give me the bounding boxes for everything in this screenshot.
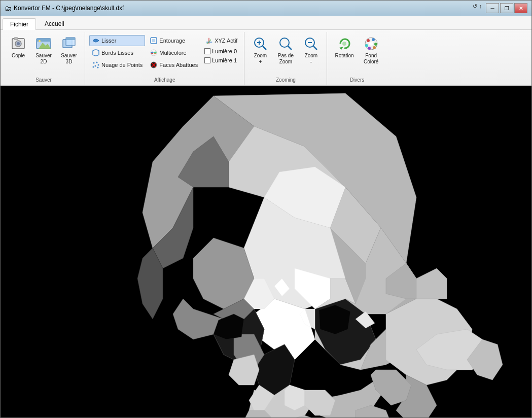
faces-abattues-button[interactable]: Faces Abattues	[147, 59, 200, 71]
lisser-label: Lisser	[101, 38, 116, 44]
rotation-label: Rotation	[335, 53, 353, 59]
quick-access: ↺ ↑	[470, 3, 485, 13]
multicolore-icon	[150, 49, 158, 57]
multicolore-button[interactable]: Multicolore	[147, 47, 200, 58]
svg-rect-10	[66, 38, 75, 40]
entourage-label: Entourage	[159, 38, 185, 44]
rotation-icon	[336, 36, 352, 52]
app-icon: 🗂	[5, 4, 12, 12]
copie-button[interactable]: Copie	[7, 33, 30, 61]
bords-lisses-label: Bords Lisses	[101, 50, 133, 56]
faces-abattues-icon	[150, 61, 158, 69]
svg-point-38	[367, 39, 370, 42]
svg-point-16	[97, 67, 99, 68]
sauver2d-label: Sauver2D	[36, 53, 52, 65]
rotation-button[interactable]: Rotation	[331, 33, 357, 61]
svg-point-39	[372, 38, 375, 41]
ribbon-group-sauver: Copie Sauver2D	[3, 32, 85, 85]
svg-point-44	[369, 42, 373, 46]
zoom-plus-icon	[252, 36, 268, 52]
fond-colore-button[interactable]: FondColoré	[360, 33, 383, 67]
svg-point-15	[93, 66, 94, 68]
nuage-points-label: Nuage de Points	[101, 62, 143, 68]
zoom-minus-label: Zoom-	[305, 53, 318, 65]
lisser-button[interactable]: Lisser	[89, 35, 145, 46]
canvas-area[interactable]	[1, 86, 531, 417]
copie-label: Copie	[12, 53, 25, 59]
minimize-button[interactable]: ─	[486, 3, 499, 13]
menu-tab-fichier[interactable]: Fichier	[3, 18, 36, 30]
entourage-button[interactable]: Entourage	[147, 35, 200, 46]
svg-line-31	[288, 46, 292, 50]
bords-lisses-icon	[92, 49, 100, 57]
ribbon-group-divers: Rotation	[327, 32, 386, 85]
zoom-fit-icon	[277, 36, 294, 52]
svg-marker-25	[211, 42, 212, 43]
lumiere1-label: Lumière 1	[212, 57, 237, 63]
affichage-col2: Entourage Multicolore	[147, 35, 200, 71]
svg-marker-83	[319, 305, 350, 334]
svg-rect-18	[152, 39, 155, 42]
faces-abattues-label: Faces Abattues	[159, 62, 198, 68]
zoom-plus-label: Zoom+	[254, 53, 267, 65]
svg-point-40	[374, 43, 377, 46]
close-button[interactable]: ✕	[514, 3, 527, 13]
divers-group-label: Divers	[331, 76, 382, 85]
window-controls: ↺ ↑ ─ ❐ ✕	[470, 3, 527, 13]
menu-tab-accueil[interactable]: Accueil	[37, 18, 72, 29]
svg-rect-3	[14, 38, 18, 40]
pas-de-zoom-label: Pas deZoom	[278, 53, 294, 65]
sauver3d-button[interactable]: Sauver3D	[57, 33, 81, 67]
affichage-col1: Lisser Bords Lisses	[89, 35, 145, 71]
lumiere0-checkbox[interactable]	[204, 48, 210, 54]
svg-marker-35	[339, 47, 343, 50]
xyz-actif-button[interactable]: XYZ Actif	[202, 35, 240, 46]
ribbon-group-affichage: Lisser Bords Lisses	[85, 32, 244, 85]
lisser-icon	[92, 37, 100, 45]
restore-button[interactable]: ❐	[500, 3, 513, 13]
svg-point-13	[98, 64, 99, 66]
ribbon-group-zooming: Zoom+ Pas deZoom	[244, 32, 327, 85]
svg-line-34	[313, 46, 317, 50]
svg-point-30	[280, 38, 289, 47]
title-bar: 🗂 Konvertor FM - C:\jpeg\melange\skull.d…	[1, 1, 531, 16]
svg-point-11	[93, 62, 95, 64]
photo-icon	[36, 36, 52, 52]
copy-icon	[10, 36, 26, 52]
fond-colore-label: FondColoré	[364, 53, 378, 65]
sauver2d-button[interactable]: Sauver2D	[32, 33, 55, 67]
svg-marker-24	[208, 38, 209, 39]
window-title: Konvertor FM - C:\jpeg\melange\skull.dxf	[14, 5, 124, 12]
main-window: 🗂 Konvertor FM - C:\jpeg\melange\skull.d…	[0, 0, 532, 418]
zoom-minus-icon	[303, 36, 319, 52]
svg-point-7	[39, 40, 41, 42]
lumiere1-checkbox[interactable]	[204, 57, 210, 63]
sauver3d-label: Sauver3D	[61, 53, 77, 65]
svg-line-29	[263, 46, 266, 50]
xyz-actif-icon	[205, 37, 213, 45]
zoom-minus-button[interactable]: Zoom-	[299, 33, 323, 67]
xyz-actif-label: XYZ Actif	[215, 38, 237, 44]
multicolore-label: Multicolore	[159, 50, 186, 56]
zooming-group-label: Zooming	[249, 76, 323, 85]
lumiere1-check[interactable]: Lumière 1	[202, 56, 240, 64]
affichage-group-label: Affichage	[89, 76, 240, 85]
svg-point-2	[17, 42, 20, 45]
pas-de-zoom-button[interactable]: Pas deZoom	[274, 33, 297, 67]
menu-bar: Fichier Accueil	[1, 16, 531, 30]
svg-point-36	[342, 42, 346, 46]
zoom-plus-button[interactable]: Zoom+	[249, 33, 272, 67]
nuage-points-button[interactable]: Nuage de Points	[89, 59, 145, 71]
palette-icon	[363, 36, 379, 52]
svg-point-42	[368, 47, 371, 50]
ribbon: Copie Sauver2D	[1, 30, 531, 86]
svg-point-12	[96, 62, 98, 63]
svg-point-41	[373, 46, 376, 49]
affichage-col3: XYZ Actif Lumière 0 Lumière 1	[202, 35, 240, 64]
nuage-points-icon	[92, 61, 100, 69]
bords-lisses-button[interactable]: Bords Lisses	[89, 47, 145, 58]
skull-viewport	[1, 86, 531, 417]
3d-icon	[61, 36, 77, 52]
entourage-icon	[150, 37, 158, 45]
lumiere0-check[interactable]: Lumière 0	[202, 47, 240, 55]
